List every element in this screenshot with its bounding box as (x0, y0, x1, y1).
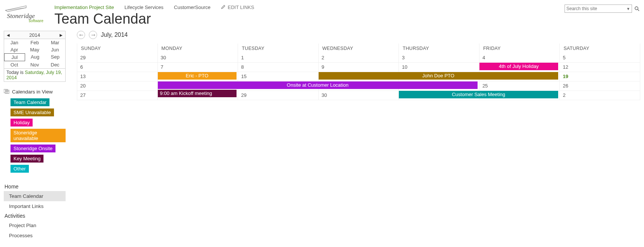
search-input[interactable] (566, 6, 626, 11)
sidenav-team-calendar[interactable]: Team Calendar (4, 191, 66, 201)
day-header: SATURDAY (560, 44, 640, 53)
day-cell[interactable]: 26 (560, 81, 640, 90)
next-month-button[interactable]: 🡒 (89, 31, 97, 39)
page-title: Team Calendar (54, 11, 565, 27)
sidenav-important-links[interactable]: Important Links (4, 201, 66, 211)
mini-month-may[interactable]: May (24, 46, 45, 53)
day-header: WEDNESDAY (319, 44, 399, 53)
legend-stoneridge-unavailable[interactable]: Stoneridge unavailable (10, 129, 66, 142)
svg-point-3 (635, 7, 638, 10)
day-cell[interactable]: 19 (560, 72, 640, 81)
mini-month-jan[interactable]: Jan (4, 39, 24, 46)
day-cell[interactable]: 6 (77, 63, 158, 72)
logo[interactable]: Stoneridge software (4, 3, 54, 25)
day-cell[interactable]: 29 (238, 91, 319, 100)
pencil-icon (221, 5, 226, 10)
prev-year-button[interactable]: ◀ (4, 33, 12, 37)
search-button[interactable] (634, 5, 640, 12)
today-label: Today is Saturday, July 19, 2014 (4, 69, 66, 82)
search-box[interactable]: ▼ (565, 5, 632, 13)
day-cell[interactable]: 9 (319, 63, 399, 72)
svg-text:Stoneridge: Stoneridge (7, 12, 35, 20)
mini-month-jun[interactable]: Jun (45, 46, 65, 53)
day-cell[interactable]: 4 (479, 53, 560, 62)
day-cell[interactable]: 2 (560, 91, 640, 100)
mini-year-label: 2014 (12, 32, 57, 38)
svg-line-4 (638, 9, 639, 11)
legend-stoneridge-onsite[interactable]: Stoneridge Onsite (10, 145, 55, 152)
mini-month-jul[interactable]: Jul (4, 53, 25, 61)
day-cell[interactable]: 30 (319, 91, 399, 100)
day-cell[interactable]: 5 (560, 53, 640, 62)
search-dropdown-icon[interactable]: ▼ (626, 7, 630, 11)
svg-text:software: software (29, 19, 43, 23)
nav-link-implementation[interactable]: Implementation Project Site (54, 5, 114, 10)
sidenav-home[interactable]: Home (4, 182, 66, 191)
legend-key-meeting[interactable]: Key Meeting (10, 155, 43, 163)
day-cell[interactable]: 27 (77, 91, 158, 100)
mini-month-mar[interactable]: Mar (45, 39, 65, 46)
event-bar[interactable]: 4th of July Holiday (479, 63, 558, 70)
day-header: SUNDAY (77, 44, 158, 53)
day-cell[interactable]: 2 (319, 53, 399, 62)
day-cell[interactable]: 25 (479, 81, 560, 90)
legend-other[interactable]: Other (10, 165, 29, 173)
event-bar[interactable]: Eric - PTO (158, 72, 237, 80)
mini-month-sep[interactable]: Sep (45, 53, 65, 61)
mini-month-apr[interactable]: Apr (4, 46, 24, 53)
sidenav-project-plan[interactable]: Project Plan (4, 220, 66, 230)
day-cell[interactable]: 7 (158, 63, 238, 72)
day-cell[interactable]: 1 (238, 53, 319, 62)
mini-month-dec[interactable]: Dec (45, 61, 65, 68)
event-bar[interactable]: Onsite at Customer Location (158, 81, 478, 89)
nav-link-customersource[interactable]: CustomerSource (174, 5, 211, 10)
legend-holiday[interactable]: Holiday (10, 119, 33, 127)
day-cell[interactable]: 15 (238, 72, 319, 81)
sidenav-activities[interactable]: Activities (4, 211, 66, 220)
calendar-month-label: July, 2014 (101, 32, 128, 38)
day-cell[interactable]: 30 (158, 53, 238, 62)
day-cell[interactable]: 8 (238, 63, 319, 72)
legend-sme-unavailable[interactable]: SME Unavailable (10, 108, 54, 116)
nav-link-lifecycle[interactable]: Lifecycle Services (124, 5, 163, 10)
day-cell[interactable]: 13 (77, 72, 158, 81)
day-cell[interactable]: 20 (77, 81, 158, 90)
day-header: TUESDAY (238, 44, 319, 53)
sidenav-processes[interactable]: Processes (4, 230, 66, 241)
prev-month-button[interactable]: 🡐 (77, 31, 85, 39)
day-cell[interactable]: 12 (560, 63, 640, 72)
day-cell[interactable]: 3 (399, 53, 479, 62)
event-bar[interactable]: Customer Sales Meeting (399, 91, 558, 98)
day-cell[interactable]: 10 (399, 63, 479, 72)
day-header: THURSDAY (399, 44, 479, 53)
calendars-in-view-heading: Calendars in View (12, 89, 53, 95)
calendar-overlay-icon (4, 89, 10, 95)
day-header: FRIDAY (479, 44, 560, 53)
mini-month-nov[interactable]: Nov (24, 61, 45, 68)
event-bar[interactable]: 9:00 am Kickoff meeting (158, 90, 237, 97)
day-header: MONDAY (158, 44, 238, 53)
mini-month-oct[interactable]: Oct (4, 61, 24, 68)
svg-rect-6 (5, 90, 9, 93)
mini-month-feb[interactable]: Feb (24, 39, 45, 46)
edit-links-button[interactable]: EDIT LINKS (221, 5, 255, 10)
next-year-button[interactable]: ▶ (57, 33, 65, 37)
legend-team-calendar[interactable]: Team Calendar (10, 98, 49, 106)
event-bar[interactable]: John Doe PTO (319, 72, 558, 80)
mini-month-aug[interactable]: Aug (25, 53, 45, 61)
day-cell[interactable]: 29 (77, 53, 158, 62)
